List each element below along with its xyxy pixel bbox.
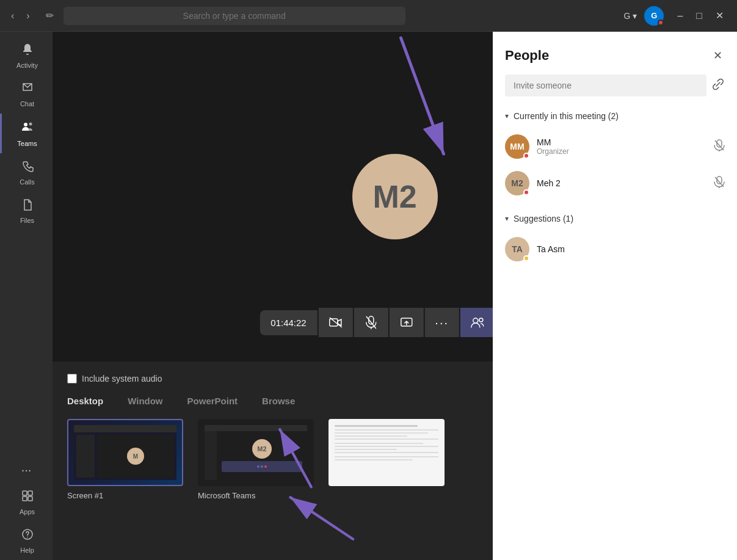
svg-rect-5 — [28, 496, 32, 501]
more-options-meeting-button[interactable]: ··· — [425, 308, 459, 337]
list-item: TA Ta Asm — [505, 231, 725, 267]
teams-icon — [20, 120, 35, 137]
user-badge[interactable]: G ▾ — [624, 11, 637, 21]
screen1-image: M — [67, 419, 183, 486]
svg-point-7 — [27, 537, 28, 538]
apps-icon — [21, 489, 34, 506]
svg-point-1 — [29, 123, 32, 126]
chevron-down-icon: ▾ — [633, 11, 637, 21]
participant-avatar: M2 — [352, 154, 438, 239]
sidebar-item-chat[interactable]: Chat — [0, 75, 53, 114]
mute-button[interactable] — [354, 308, 388, 337]
mm-mute-icon[interactable] — [714, 139, 725, 154]
teams-thumb[interactable]: M2 Microsoft Teams — [198, 419, 314, 500]
sidebar-item-apps[interactable]: Apps — [0, 483, 53, 522]
taasm-avatar: TA — [505, 237, 529, 261]
svg-point-14 — [473, 318, 478, 323]
current-meeting-label: Currently in this meeting (2) — [514, 111, 619, 121]
current-meeting-header[interactable]: ▾ Currently in this meeting (2) — [493, 106, 737, 126]
help-icon — [21, 528, 34, 544]
share-screen-button[interactable] — [390, 308, 424, 337]
mm-role: Organizer — [537, 147, 706, 156]
minimize-button[interactable]: – — [671, 7, 689, 24]
activity-icon — [21, 43, 34, 59]
forward-button[interactable]: › — [23, 8, 33, 24]
avatar[interactable]: G — [644, 6, 664, 26]
sidebar-item-chat-label: Chat — [20, 100, 34, 107]
sidebar-item-calls[interactable]: Calls — [0, 153, 53, 192]
people-close-button[interactable]: ✕ — [711, 46, 725, 65]
meh2-info: Meh 2 — [537, 178, 706, 188]
category-window[interactable]: Window — [128, 396, 162, 407]
taasm-info: Ta Asm — [537, 244, 725, 254]
calls-icon — [21, 159, 34, 176]
sidebar: Activity Chat Teams Calls Files — [0, 32, 53, 560]
include-audio-checkbox[interactable] — [67, 374, 77, 384]
main-layout: Activity Chat Teams Calls Files — [0, 32, 737, 560]
call-timer: 01:44:22 — [260, 310, 317, 335]
sidebar-item-help-label: Help — [20, 547, 34, 554]
sidebar-item-calls-label: Calls — [20, 178, 34, 186]
window-controls: – □ ✕ — [671, 7, 730, 24]
mm-status — [523, 153, 529, 159]
files-icon — [21, 198, 34, 214]
taasm-name: Ta Asm — [537, 244, 725, 254]
meh2-status — [523, 189, 529, 195]
sidebar-item-files-label: Files — [20, 217, 34, 224]
people-invite-row — [505, 75, 725, 96]
category-browse[interactable]: Browse — [262, 396, 295, 407]
svg-rect-2 — [23, 491, 27, 495]
back-button[interactable]: ‹ — [7, 8, 18, 24]
list-item: MM MM Organizer — [505, 128, 725, 165]
meeting-controls: 01:44:22 ··· — [260, 308, 529, 337]
current-meeting-list: MM MM Organizer M2 Meh 2 — [493, 126, 737, 204]
doc-thumb[interactable] — [329, 419, 445, 500]
list-item: M2 Meh 2 — [505, 165, 725, 202]
svg-point-15 — [479, 318, 483, 322]
sidebar-item-help[interactable]: Help — [0, 522, 53, 560]
category-desktop[interactable]: Desktop — [67, 396, 103, 407]
svg-rect-3 — [28, 491, 32, 495]
suggestions-chevron-icon: ▾ — [505, 214, 509, 223]
close-button[interactable]: ✕ — [710, 7, 730, 24]
suggestions-header[interactable]: ▾ Suggestions (1) — [493, 209, 737, 228]
sidebar-item-apps-label: Apps — [20, 508, 35, 515]
screen1-thumb[interactable]: M Screen #1 — [67, 419, 183, 500]
sidebar-item-teams-label: Teams — [17, 140, 37, 147]
participant-initials: M2 — [372, 178, 416, 215]
svg-rect-4 — [23, 496, 27, 501]
invite-input[interactable] — [505, 75, 706, 96]
teams-image: M2 — [198, 419, 314, 486]
taasm-status — [523, 255, 529, 261]
meh2-avatar: M2 — [505, 171, 529, 195]
video-toggle-button[interactable] — [319, 308, 353, 337]
status-dot — [658, 20, 664, 26]
more-options-button[interactable]: ··· — [15, 457, 38, 483]
include-audio-label[interactable]: Include system audio — [82, 374, 162, 384]
sidebar-item-files[interactable]: Files — [0, 192, 53, 230]
meh2-name: Meh 2 — [537, 178, 706, 188]
compose-button[interactable]: ✏ — [41, 7, 59, 24]
doc-image — [329, 419, 445, 486]
screen1-label: Screen #1 — [67, 491, 183, 500]
mm-info: MM Organizer — [537, 137, 706, 156]
mm-name: MM — [537, 137, 706, 147]
nav-buttons: ‹ › — [7, 8, 34, 24]
svg-line-12 — [366, 316, 376, 329]
category-powerpoint[interactable]: PowerPoint — [187, 396, 238, 407]
people-button[interactable] — [460, 308, 495, 337]
mm-avatar: MM — [505, 134, 529, 159]
people-header: People ✕ — [493, 32, 737, 75]
people-title: People — [505, 48, 549, 64]
search-input[interactable] — [64, 7, 405, 25]
sidebar-item-activity-label: Activity — [16, 62, 38, 69]
title-bar: ‹ › ✏ G ▾ G – □ ✕ — [0, 0, 737, 32]
sidebar-item-teams[interactable]: Teams — [0, 114, 53, 153]
meh2-mute-icon[interactable] — [714, 176, 725, 191]
chevron-icon: ▾ — [505, 112, 509, 120]
suggestions-label: Suggestions (1) — [514, 214, 573, 224]
maximize-button[interactable]: □ — [690, 7, 708, 24]
sidebar-item-activity[interactable]: Activity — [0, 37, 53, 75]
people-panel: People ✕ ▾ Currently in this meeting (2)… — [493, 32, 737, 560]
link-icon[interactable] — [711, 78, 725, 94]
